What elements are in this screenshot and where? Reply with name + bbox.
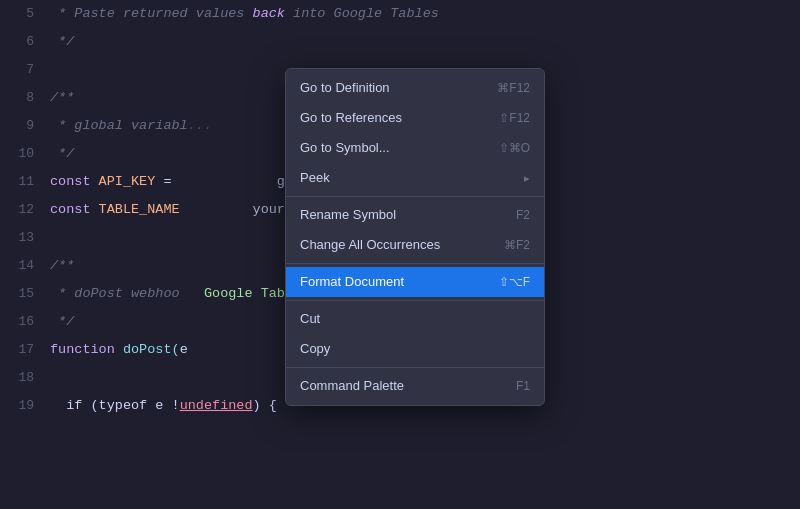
context-menu: Go to Definition ⌘F12 Go to References ⇧… <box>285 68 545 406</box>
menu-item-format-document[interactable]: Format Document ⇧⌥F <box>286 267 544 297</box>
line-number: 6 <box>0 28 50 56</box>
line-content: */ <box>50 28 800 56</box>
menu-item-cut[interactable]: Cut <box>286 304 544 334</box>
code-editor: 5 * Paste returned values back into Goog… <box>0 0 800 509</box>
line-number: 8 <box>0 84 50 112</box>
line-content: * Paste returned values back into Google… <box>50 0 800 28</box>
code-line-6: 6 */ <box>0 28 800 56</box>
menu-separator-4 <box>286 367 544 368</box>
menu-item-go-to-references[interactable]: Go to References ⇧F12 <box>286 103 544 133</box>
menu-item-label: Command Palette <box>300 372 404 400</box>
line-number: 19 <box>0 392 50 420</box>
menu-item-label: Format Document <box>300 268 404 296</box>
menu-separator-1 <box>286 196 544 197</box>
line-number: 13 <box>0 224 50 252</box>
menu-item-copy[interactable]: Copy <box>286 334 544 364</box>
menu-item-label: Go to Definition <box>300 74 390 102</box>
menu-item-change-all-occurrences[interactable]: Change All Occurrences ⌘F2 <box>286 230 544 260</box>
menu-item-rename-symbol[interactable]: Rename Symbol F2 <box>286 200 544 230</box>
menu-item-label: Go to References <box>300 104 402 132</box>
peek-arrow-icon: ▸ <box>524 164 530 192</box>
menu-separator-3 <box>286 300 544 301</box>
menu-item-label: Cut <box>300 305 320 333</box>
line-number: 12 <box>0 196 50 224</box>
menu-item-shortcut: ⇧⌘O <box>499 134 530 162</box>
menu-separator-2 <box>286 263 544 264</box>
menu-item-command-palette[interactable]: Command Palette F1 <box>286 371 544 401</box>
line-number: 17 <box>0 336 50 364</box>
menu-item-shortcut: ⌘F2 <box>504 231 530 259</box>
line-number: 15 <box>0 280 50 308</box>
line-number: 5 <box>0 0 50 28</box>
line-number: 16 <box>0 308 50 336</box>
menu-item-shortcut: ⇧⌥F <box>499 268 530 296</box>
menu-item-label: Rename Symbol <box>300 201 396 229</box>
menu-item-label: Change All Occurrences <box>300 231 440 259</box>
menu-item-label: Copy <box>300 335 330 363</box>
line-number: 9 <box>0 112 50 140</box>
line-number: 7 <box>0 56 50 84</box>
line-number: 18 <box>0 364 50 392</box>
menu-item-shortcut: ⇧F12 <box>499 104 530 132</box>
menu-item-label: Go to Symbol... <box>300 134 390 162</box>
line-number: 10 <box>0 140 50 168</box>
menu-item-shortcut: F2 <box>516 201 530 229</box>
line-number: 11 <box>0 168 50 196</box>
menu-item-shortcut: ⌘F12 <box>497 74 530 102</box>
code-line-5: 5 * Paste returned values back into Goog… <box>0 0 800 28</box>
menu-item-go-to-definition[interactable]: Go to Definition ⌘F12 <box>286 73 544 103</box>
menu-item-label: Peek <box>300 164 330 192</box>
menu-item-go-to-symbol[interactable]: Go to Symbol... ⇧⌘O <box>286 133 544 163</box>
menu-item-peek[interactable]: Peek ▸ <box>286 163 544 193</box>
line-number: 14 <box>0 252 50 280</box>
menu-item-shortcut: F1 <box>516 372 530 400</box>
